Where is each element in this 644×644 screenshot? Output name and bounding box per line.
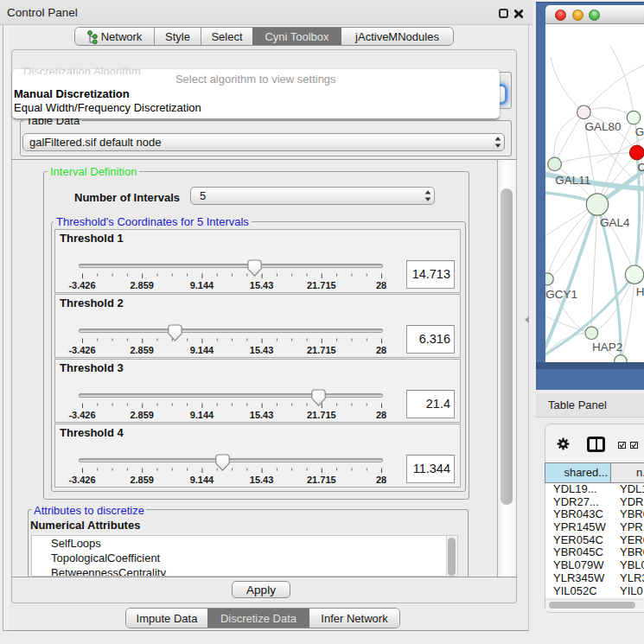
svg-text:GAL11: GAL11 bbox=[555, 174, 590, 187]
svg-text:GAL80: GAL80 bbox=[584, 120, 621, 133]
svg-text:HI: HI bbox=[636, 285, 644, 298]
svg-text:CY: CY bbox=[638, 161, 644, 174]
svg-text:GA: GA bbox=[635, 125, 644, 138]
svg-text:GCY1: GCY1 bbox=[545, 288, 577, 301]
svg-text:GAL4: GAL4 bbox=[600, 216, 630, 229]
svg-text:HAP2: HAP2 bbox=[592, 341, 622, 354]
